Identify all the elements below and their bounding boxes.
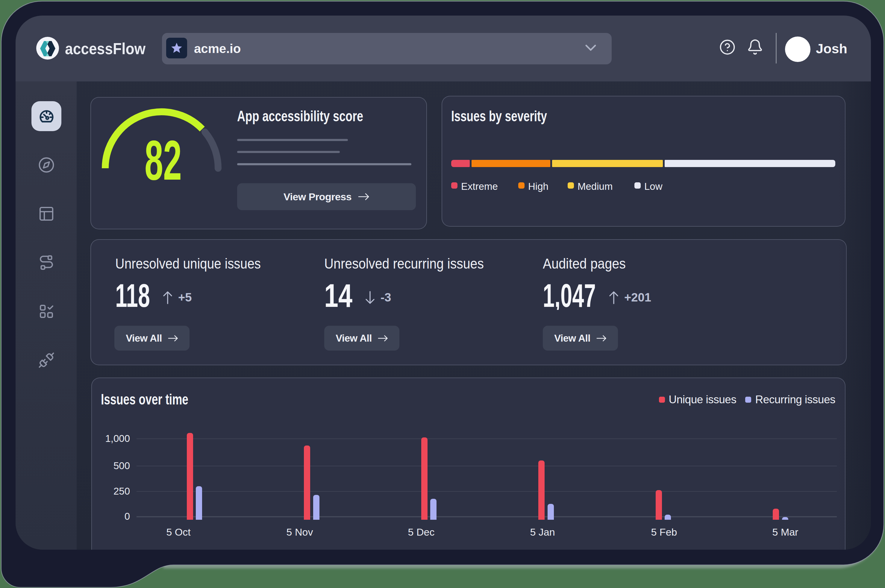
svg-text:1,047: 1,047 <box>543 281 596 310</box>
svg-text:14: 14 <box>324 281 352 310</box>
svg-text:Audited pages: Audited pages <box>543 258 626 272</box>
svg-text:App accessibility score: App accessibility score <box>237 108 363 124</box>
svg-text:accessFlow: accessFlow <box>65 39 146 57</box>
svg-text:Unresolved recurring issues: Unresolved recurring issues <box>324 258 484 272</box>
svg-text:Unresolved unique issues: Unresolved unique issues <box>115 258 261 272</box>
svg-text:118: 118 <box>115 281 150 310</box>
svg-text:82: 82 <box>145 132 182 186</box>
svg-text:Issues by severity: Issues by severity <box>451 108 547 124</box>
svg-text:Issues over time: Issues over time <box>101 391 188 408</box>
